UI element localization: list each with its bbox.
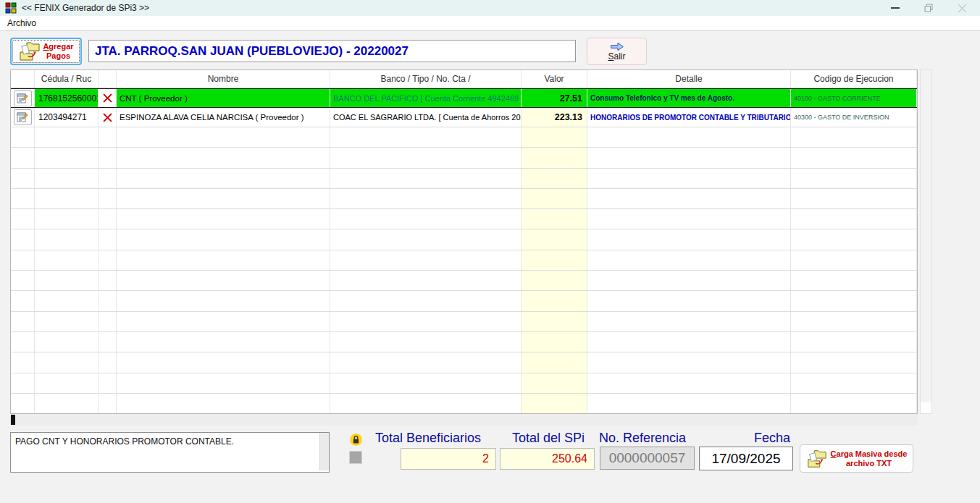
close-button[interactable] xyxy=(945,0,979,16)
delete-row-button[interactable] xyxy=(99,89,116,107)
grid-cell-empty xyxy=(35,271,99,290)
grid-cell-empty xyxy=(117,312,330,331)
valor-cell-empty xyxy=(522,312,587,331)
nombre-cell: CNT ( Proveedor ) xyxy=(117,89,330,107)
grid-cell-empty xyxy=(330,229,522,249)
grid-cell-empty xyxy=(587,169,791,188)
scrollbar-corner xyxy=(921,402,931,413)
grid-cell-empty xyxy=(99,373,117,393)
restore-icon xyxy=(924,4,933,12)
grid-cell-empty xyxy=(11,312,35,331)
grid-cell-empty xyxy=(330,312,522,331)
grid-cell-empty xyxy=(99,209,117,229)
grid-cell-empty xyxy=(587,148,791,167)
edit-row-button[interactable] xyxy=(14,90,32,106)
referencia-value-field: 0000000057 xyxy=(600,447,695,470)
grid-cell-empty xyxy=(330,291,522,310)
minimize-button[interactable] xyxy=(879,0,912,16)
grid-cell-empty xyxy=(330,209,522,229)
empty-row xyxy=(11,250,917,271)
banco-cell: BANCO DEL PACIFICO [ Cuenta Corriente 49… xyxy=(330,89,522,107)
vertical-scrollbar[interactable] xyxy=(920,69,932,414)
grid-cell-empty xyxy=(117,127,330,147)
horizontal-scrollbar[interactable] xyxy=(10,414,918,426)
valor-cell-empty xyxy=(522,394,587,413)
salir-button[interactable]: Salir xyxy=(587,38,647,65)
carga-masiva-button[interactable]: Carga Masiva desde archivo TXT xyxy=(800,444,913,473)
grid-cell-empty xyxy=(117,352,330,372)
grid-cell-empty xyxy=(330,271,522,290)
folder-pages-icon xyxy=(18,41,41,62)
grid-cell-empty xyxy=(117,291,330,310)
grid-cell-empty xyxy=(35,291,99,310)
exit-arrow-icon xyxy=(609,42,625,51)
grid-cell-empty xyxy=(587,291,791,310)
empty-row xyxy=(11,127,917,148)
grid-cell-empty xyxy=(99,229,117,249)
edit-cell xyxy=(11,108,35,127)
grid-cell-empty xyxy=(330,189,522,208)
empty-row xyxy=(11,352,917,373)
lock-icon xyxy=(350,434,362,446)
table-body: 1768152560001CNT ( Proveedor )BANCO DEL … xyxy=(11,88,917,414)
codigo-cell: 40100 - GASTO CORRIENTE xyxy=(791,89,917,107)
header-detalle: Detalle xyxy=(587,70,791,88)
restore-button[interactable] xyxy=(912,0,945,16)
delete-row-button[interactable] xyxy=(99,108,116,127)
observaciones-textarea[interactable]: PAGO CNT Y HONORARIOS PROMOTOR CONTABLE. xyxy=(10,432,330,473)
edit-row-button[interactable] xyxy=(14,109,32,125)
grid-cell-empty xyxy=(791,189,917,208)
table-row[interactable]: 1203494271ESPINOZA ALAVA CELIA NARCISA (… xyxy=(11,108,917,127)
table-row[interactable]: 1768152560001CNT ( Proveedor )BANCO DEL … xyxy=(11,88,917,108)
grid-cell-empty xyxy=(587,127,791,147)
grid-cell-empty xyxy=(791,148,917,167)
grid-cell-empty xyxy=(117,148,330,167)
grid-cell-empty xyxy=(117,394,330,413)
valor-cell-empty xyxy=(522,332,587,352)
empty-row xyxy=(11,148,917,168)
cedula-cell: 1768152560001 xyxy=(35,89,99,107)
grid-cell-empty xyxy=(35,169,99,188)
header-nombre: Nombre xyxy=(117,70,330,88)
grid-cell-empty xyxy=(330,127,522,147)
grid-cell-empty xyxy=(330,352,522,372)
grid-cell-empty xyxy=(99,250,117,270)
empty-row xyxy=(11,229,917,250)
grid-cell-empty xyxy=(35,127,99,147)
detalle-cell: Consumo Telefonico y TV mes de Agosto. xyxy=(587,89,791,107)
agregar-pagos-button[interactable]: Agregar Pagos xyxy=(10,38,82,65)
valor-cell: 27.51 xyxy=(522,89,587,107)
menu-item-archivo[interactable]: Archivo xyxy=(0,18,43,28)
valor-cell-empty xyxy=(522,291,587,310)
observaciones-scrollbar[interactable] xyxy=(319,433,329,470)
gray-square-button[interactable] xyxy=(349,451,362,464)
empty-row xyxy=(11,394,917,414)
grid-cell-empty xyxy=(117,250,330,270)
grid-cell-empty xyxy=(99,127,117,147)
app-icon xyxy=(5,2,17,14)
grid-cell-empty xyxy=(99,352,117,372)
grid-cell-empty xyxy=(330,250,522,270)
grid-cell-empty xyxy=(587,332,791,352)
grid-cell-empty xyxy=(35,229,99,249)
agregar-pagos-label: Agregar Pagos xyxy=(43,42,73,60)
valor-cell-empty xyxy=(522,250,587,270)
entity-name-field[interactable]: JTA. PARROQ.SAN JUAN (PUEBLOVIEJO) - 202… xyxy=(88,40,576,62)
salir-label: Salir xyxy=(608,51,625,62)
referencia-label: No. Referencia xyxy=(599,431,686,446)
total-spi-label: Total del SPi xyxy=(512,431,585,446)
grid-cell-empty xyxy=(117,169,330,188)
fecha-value-field[interactable]: 17/09/2025 xyxy=(699,447,793,470)
header-codigo: Codigo de Ejecucion xyxy=(791,70,917,88)
grid-cell-empty xyxy=(587,229,791,249)
grid-cell-empty xyxy=(117,229,330,249)
grid-cell-empty xyxy=(791,271,917,290)
grid-cell-empty xyxy=(99,148,117,167)
horizontal-scrollbar-thumb[interactable] xyxy=(11,415,15,425)
detalle-cell: HONORARIOS DE PROMOTOR CONTABLE Y TRIBUT… xyxy=(587,108,791,127)
grid-cell-empty xyxy=(587,352,791,372)
grid-cell-empty xyxy=(791,332,917,352)
grid-cell-empty xyxy=(330,148,522,167)
grid-cell-empty xyxy=(11,271,35,290)
total-spi-value: 250.64 xyxy=(500,448,595,470)
